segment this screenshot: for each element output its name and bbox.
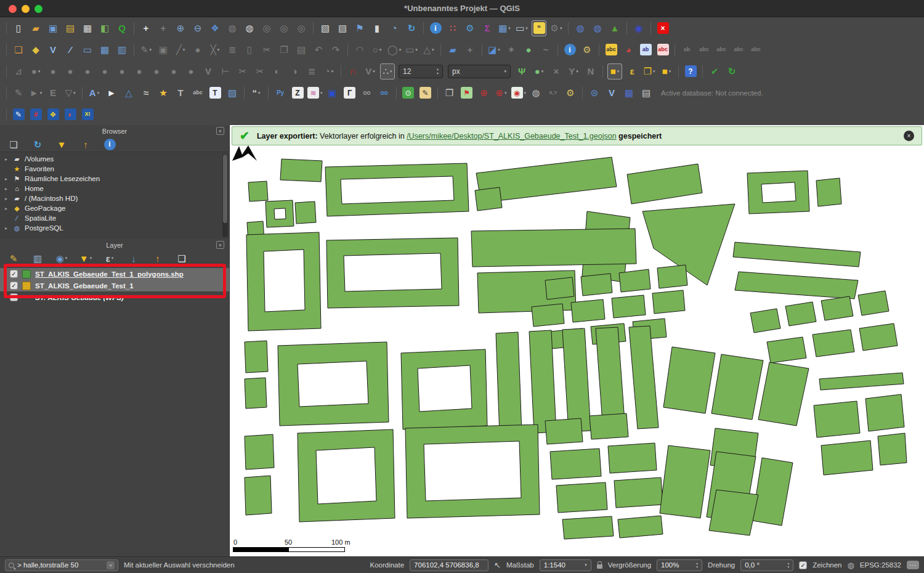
show-spatial-bookmarks-button[interactable]: ▮ (370, 20, 384, 36)
new-mesh-layer-button[interactable]: ▥ (115, 42, 129, 58)
browser-item-spatialite[interactable]: ⁄SpatiaLite (0, 213, 229, 223)
layer-row[interactable]: ST: ALKIS Gebäude (WFS) (0, 291, 229, 303)
locator-searchbox[interactable]: × (5, 559, 118, 571)
rotation-spinbox[interactable]: 0,0 °▴▾ (740, 559, 793, 571)
metasearch-button[interactable]: ◍ (590, 20, 605, 36)
scale-select[interactable]: 1:1540▾ (540, 559, 591, 571)
map-canvas[interactable]: ✔ Layer exportiert: Vektorlayer erfolgre… (230, 125, 924, 556)
new-3d-map-view-button[interactable]: ▧ (335, 20, 350, 36)
db-table-button[interactable]: ▤ (639, 85, 654, 101)
expand-arrow-icon[interactable]: ▸ (3, 206, 9, 211)
plugin-layers-button[interactable]: ❖ (46, 107, 60, 123)
add-wms-layer-button[interactable]: ◍ (573, 20, 588, 36)
statistics-button[interactable]: Σ (480, 20, 495, 36)
pin-labels-button[interactable]: ab (638, 42, 653, 58)
text-box-annotation-button[interactable]: T (208, 85, 222, 101)
layer-visibility-checkbox[interactable] (10, 293, 18, 301)
select-features-button[interactable]: ■▾ (607, 63, 622, 79)
message-close-icon[interactable]: × (904, 131, 914, 141)
browser-collapse-button[interactable]: ↑ (78, 136, 93, 152)
new-print-layout-button[interactable]: ▤ (63, 20, 78, 36)
expand-arrow-icon[interactable]: ▸ (3, 196, 9, 201)
snap-tolerance-spinbox[interactable]: 12▴▾ (399, 65, 443, 78)
highlight-labels-button[interactable]: abc (655, 42, 670, 58)
check-geometries-button[interactable]: ✔ (707, 63, 722, 79)
expand-arrow-icon[interactable]: ▸ (3, 156, 9, 162)
deselect-features-button[interactable]: ❐▾ (642, 63, 657, 79)
select-by-value-button[interactable]: ■▾ (659, 63, 674, 79)
marker-annotation-button[interactable]: ★ (156, 85, 171, 101)
tracing-offset-button[interactable]: ∴▾ (380, 63, 395, 79)
expand-arrow-icon[interactable]: ▸ (3, 226, 9, 231)
add-group-button[interactable]: ▥ (30, 250, 45, 266)
zoom-level-tool-button[interactable]: Z (290, 85, 305, 101)
filter-expression-button[interactable]: ε▾ (102, 250, 117, 266)
enable-topology-button[interactable]: ●▾ (532, 63, 546, 79)
layer-visibility-checkbox[interactable]: ✓ (10, 270, 18, 278)
layer-name[interactable]: ST_ALKIS_Gebaeude_Test_1 (35, 282, 134, 290)
plugin-circles-button[interactable]: ◐ (63, 107, 78, 123)
lock-icon[interactable] (597, 564, 602, 569)
save-tool-button[interactable]: ▣ (325, 85, 340, 101)
layer-row[interactable]: ✓ST_ALKIS_Gebaeude_Test_1 (0, 280, 229, 291)
globe-wire-button[interactable]: ◍ (529, 85, 543, 101)
measure-button[interactable]: ▭▾ (514, 20, 529, 36)
pan-map-button[interactable]: + (139, 20, 153, 36)
line-annotation-button[interactable]: ≈ (139, 85, 153, 101)
quick-map-search-button[interactable]: ⊙ (401, 85, 416, 101)
info-tool-button[interactable]: i (562, 42, 577, 58)
clear-search-icon[interactable]: × (107, 561, 115, 569)
plugin-warning-button[interactable]: X! (80, 107, 95, 123)
filter-legend-button[interactable]: ▼▾ (78, 250, 93, 266)
new-project-button[interactable]: ▯ (11, 20, 26, 36)
wrench-yellow-button[interactable]: ⚙ (563, 85, 578, 101)
glasses-blue-button[interactable]: oo (377, 85, 392, 101)
copy-canvas-button[interactable]: ❐ (442, 85, 457, 101)
messages-bubble-icon[interactable]: ··· (907, 561, 919, 569)
browser-item-home[interactable]: ▸⌂Home (0, 184, 229, 193)
new-virtual-layer-button[interactable]: ▦ (97, 42, 112, 58)
new-memory-layer-button[interactable]: ▭ (80, 42, 95, 58)
plugin-hash-button[interactable]: # (28, 107, 43, 123)
python-console-button[interactable]: Py (273, 85, 288, 101)
browser-item-r-umliche-lesezeichen[interactable]: ▸⚑Räumliche Lesezeichen (0, 174, 229, 184)
offset-curve-button[interactable]: ◪▾ (487, 42, 501, 58)
layer-close-icon[interactable]: × (216, 241, 224, 249)
manage-visibility-button[interactable]: ◉▾ (54, 250, 69, 266)
browser-properties-button[interactable]: i (102, 136, 117, 152)
db-raster-button[interactable]: ▦ (622, 85, 636, 101)
simplify-feature-button[interactable]: ● (521, 42, 536, 58)
select-by-expression-button[interactable]: ε (625, 63, 639, 79)
new-shapefile-layer-button[interactable]: V (46, 42, 60, 58)
text-annotation-button[interactable]: T (173, 85, 188, 101)
reshape-features-button[interactable]: ▰ (445, 42, 460, 58)
profile-plot-button[interactable]: ≋▾ (307, 85, 323, 101)
render-checkbox[interactable]: ✓ (799, 561, 807, 569)
close-red-button[interactable]: × (655, 20, 670, 36)
browser-item-postgresql[interactable]: ▸◍PostgreSQL (0, 223, 229, 233)
browser-item-volumes[interactable]: ▸▰/Volumes (0, 154, 229, 164)
db-manager-button[interactable]: ⊜ (587, 85, 602, 101)
gamma-tool-button[interactable]: Γ (342, 85, 357, 101)
expand-all-button[interactable]: ↓ (126, 250, 141, 266)
html-annotation-button[interactable]: A▾ (87, 85, 102, 101)
coordinate-field[interactable]: 706102,4 5706836,8 (410, 559, 488, 571)
new-geopackage-layer-button[interactable]: ◆ (28, 42, 43, 58)
expand-arrow-icon[interactable]: ▸ (3, 176, 9, 182)
snap-unit-select[interactable]: px▾ (448, 65, 511, 78)
browser-scrollbar[interactable] (222, 154, 228, 237)
topology-network-button[interactable]: Ψ (514, 63, 529, 79)
processing-toolbox-button[interactable]: ⚙ (463, 20, 477, 36)
minimize-window-button[interactable] (22, 5, 30, 13)
close-window-button[interactable] (9, 5, 17, 13)
osm-edit-button[interactable]: ✎ (418, 85, 433, 101)
layer-diagram-button[interactable]: ◕ (621, 42, 636, 58)
polygon-annotation-button[interactable]: △ (121, 85, 136, 101)
browser-refresh-button[interactable]: ↻ (30, 136, 45, 152)
snapping-toggle-button[interactable]: ∩ (346, 63, 360, 79)
db-vector-button[interactable]: V (604, 85, 619, 101)
search-input[interactable] (17, 561, 97, 569)
new-spatialite-layer-button[interactable]: ⁄ (63, 42, 78, 58)
browser-item-geopackage[interactable]: ▸◆GeoPackage (0, 203, 229, 213)
label-toolbar-button[interactable]: abc (604, 42, 618, 58)
